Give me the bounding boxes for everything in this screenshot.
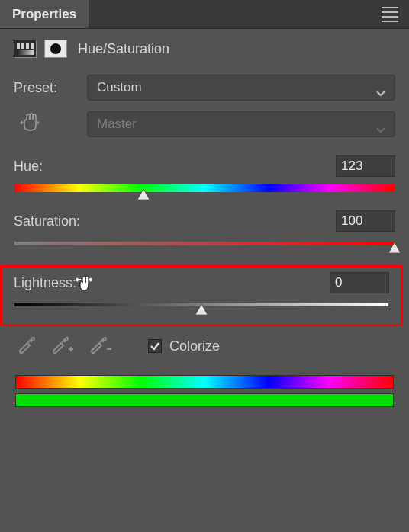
preset-value: Custom [97,80,142,95]
properties-tab[interactable]: Properties [0,0,89,28]
eyedropper-minus-icon[interactable] [89,334,113,358]
properties-tab-label: Properties [12,7,76,22]
layer-mask-icon[interactable] [44,40,67,58]
panel-tab-bar: Properties [0,0,409,29]
hue-slider-handle[interactable] [137,189,150,200]
panel-menu-icon[interactable] [377,0,403,29]
hue-value-input[interactable]: 123 [336,155,395,177]
saturation-slider[interactable] [14,239,395,247]
channel-select[interactable]: Master [87,111,395,137]
lightness-value-input[interactable]: 0 [330,272,389,293]
eyedropper-plus-icon[interactable] [50,334,75,358]
lightness-slider-handle[interactable] [195,304,208,315]
hand-scrubby-icon[interactable] [14,112,87,136]
hue-slider[interactable] [14,184,395,192]
svg-marker-0 [137,189,150,200]
lightness-slider[interactable] [14,301,388,309]
preset-select[interactable]: Custom [87,75,395,101]
saturation-value-input[interactable]: 100 [336,210,395,232]
eyedropper-icon[interactable] [15,334,37,358]
saturation-slider-handle[interactable] [388,242,401,253]
chevron-down-icon [376,85,385,91]
channel-value: Master [97,117,137,132]
saturation-label: Saturation: [14,213,80,229]
adjustment-title: Hue/Saturation [78,41,169,57]
lightness-highlight-box: Lightness: 0 [0,265,403,326]
hue-spectrum-strip [15,375,394,389]
preset-label: Preset: [14,80,87,96]
colorize-label: Colorize [169,338,220,354]
colorize-checkbox[interactable]: Colorize [148,338,220,354]
chevron-down-icon [376,122,385,128]
svg-marker-1 [388,242,401,253]
hue-label: Hue: [14,159,43,175]
result-spectrum-strip [15,393,394,407]
adjustment-type-icon[interactable] [14,40,37,58]
svg-marker-2 [195,304,208,315]
checkbox-checked-icon [148,339,162,353]
lightness-label: Lightness: [14,275,76,291]
